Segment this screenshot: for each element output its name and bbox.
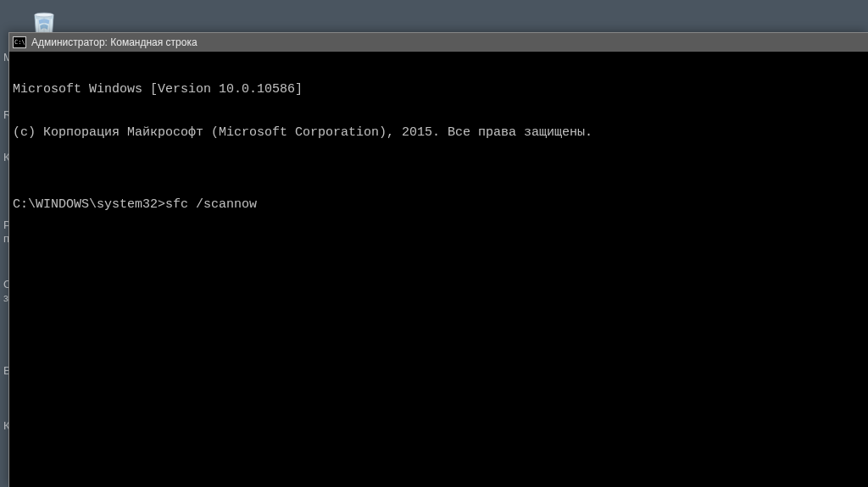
cmd-icon-text: C:\	[14, 40, 25, 46]
console-line-copyright: (c) Корпорация Майкрософт (Microsoft Cor…	[13, 125, 865, 140]
window-title: Администратор: Командная строка	[31, 36, 198, 48]
console-prompt-line: C:\WINDOWS\system32>sfc /scannow	[13, 197, 865, 212]
console-output[interactable]: Microsoft Windows [Version 10.0.10586] (…	[9, 52, 868, 487]
console-prompt: C:\WINDOWS\system32>	[13, 197, 165, 212]
cmd-icon: C:\	[13, 36, 26, 48]
command-prompt-window[interactable]: C:\ Администратор: Командная строка Micr…	[8, 32, 868, 487]
svg-point-0	[35, 13, 53, 17]
console-line-version: Microsoft Windows [Version 10.0.10586]	[13, 82, 865, 97]
window-titlebar[interactable]: C:\ Администратор: Командная строка	[9, 33, 868, 52]
console-command: sfc /scannow	[165, 197, 257, 212]
